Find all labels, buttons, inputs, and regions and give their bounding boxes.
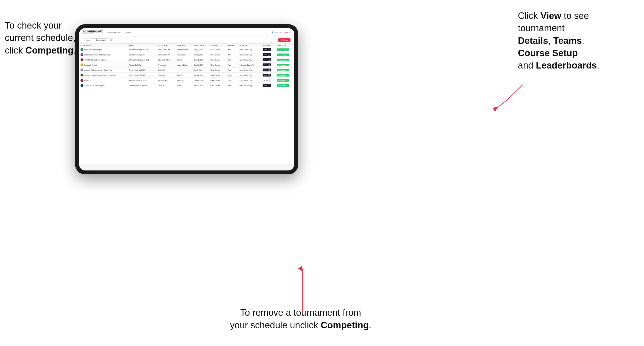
view-button[interactable]: View i [262, 74, 271, 76]
team-logo: I [80, 58, 84, 61]
table-row: P Papago Individual Papago Golf Club Pho… [79, 62, 294, 68]
team-logo: P [80, 63, 84, 66]
cell-date: Sep 9, 2023 [193, 52, 208, 57]
competing-button[interactable]: Competing ✓ [277, 74, 289, 76]
cell-hosted [176, 68, 193, 73]
table-row: W 2023 Sahalee Players Championship Saha… [79, 52, 294, 57]
cell-date: Oct 11, 2023 [193, 73, 208, 78]
cell-competing: Competing ✓ [276, 47, 294, 52]
team-logo: J [80, 74, 84, 76]
scoreboard-title: SCOREBOARD [83, 30, 103, 33]
col-venue: VENUE [128, 44, 157, 47]
col-hosted-by: HOSTED BY [176, 44, 193, 47]
cell-city: Lihue, HI [156, 83, 176, 88]
view-button[interactable]: View i [262, 84, 271, 87]
cell-division: NCAA Division I [208, 47, 226, 52]
table-row: J Jackson T. Stephens Cup – Men's Match … [79, 73, 294, 78]
col-scoring: SCORING [238, 44, 261, 47]
view-button[interactable]: View i [262, 53, 271, 56]
view-button[interactable]: View i [262, 68, 271, 71]
cell-hosted: Hawaii [176, 83, 193, 88]
tournaments-table-container: EVENT NAME VENUE CITY, STATE HOSTED BY S… [79, 44, 294, 164]
cell-competing: Competing ✓ [276, 68, 294, 73]
table-header-row: EVENT NAME VENUE CITY, STATE HOSTED BY S… [79, 44, 294, 47]
cell-venue: Sahalee Country Club [128, 52, 157, 57]
cell-gender: Men [226, 57, 238, 62]
team-logo: H [80, 84, 84, 87]
cell-city: Phoenix, AZ [156, 62, 176, 68]
view-button[interactable]: View i [262, 58, 271, 61]
team-logo: M [80, 48, 84, 51]
cell-competing: Competing ✓ [276, 57, 294, 62]
cell-scoring: team, Match Play [238, 73, 261, 78]
competing-button[interactable]: Competing ✓ [277, 53, 289, 56]
tablet-frame: SCOREBOARD Powered by clippi TOURNAMENTS… [75, 24, 298, 174]
table-row: J Jackson T. Stephens Cup – Stroke Play … [79, 68, 294, 73]
cell-date: Oct 9, 2023 [193, 68, 208, 73]
cell-date: Sep 15, 2023 [193, 57, 208, 62]
cell-city: Dallas, TX [156, 73, 176, 78]
cell-competing: Competing ✓ [276, 73, 294, 78]
cell-hosted: Michigan State [176, 47, 193, 52]
nav-tournaments[interactable]: TOURNAMENTS [107, 31, 121, 33]
filter-bar: Home Competing All + Create [79, 37, 294, 44]
edit-button[interactable]: ✏ Edit [262, 79, 270, 82]
cell-city: Grand Haven, MI [156, 47, 176, 52]
cell-competing: Competing ✓ [276, 62, 294, 68]
cell-division: NCAA Division I [208, 73, 226, 78]
cell-date: Feb 15, 2024 [193, 83, 208, 88]
cell-hosted: Illinois [176, 57, 193, 62]
nav-area: TOURNAMENTS TEAMS [103, 31, 132, 33]
cell-competing: Competing ✓ [276, 83, 294, 88]
scoreboard-logo: SCOREBOARD Powered by clippi [83, 30, 103, 34]
competing-button[interactable]: Competing ✓ [277, 69, 289, 71]
competing-button[interactable]: Competing ✓ [277, 48, 289, 51]
tab-home[interactable]: Home [83, 38, 93, 42]
cell-actions: View i [261, 73, 276, 78]
filter-tabs: Home Competing All [83, 38, 114, 42]
competing-button[interactable]: Competing ✓ [277, 59, 289, 61]
cell-actions: View i [261, 68, 276, 73]
arrow-right [496, 82, 525, 111]
competing-button[interactable]: Competing ✓ [277, 79, 289, 82]
table-row: M Folds of Honor Collegiate American Dun… [79, 47, 294, 52]
header-right: 👤 Test User Sign out [271, 31, 290, 33]
view-button[interactable]: View i [262, 48, 271, 51]
cell-actions: View i [261, 62, 276, 68]
competing-button[interactable]: Competing ✓ [277, 84, 289, 87]
arrow-bottom [299, 266, 306, 315]
create-button[interactable]: + Create [278, 38, 290, 42]
cell-hosted: Washington [176, 52, 193, 57]
cell-event-name: A Copper Cup [79, 78, 128, 83]
event-name-text: Folds of Honor Collegiate [84, 49, 102, 51]
event-name-text: Jackson T. Stephens Cup – Men's Match Pl… [84, 74, 116, 76]
cell-scoring: team, Stroke Play [238, 68, 261, 73]
table-row: H John A. Burns Intercollegiate Ocean Co… [79, 83, 294, 88]
col-competing: COMPETING [276, 44, 294, 47]
cell-actions: View i [261, 52, 276, 57]
tab-competing[interactable]: Competing [93, 38, 107, 42]
col-event-name: EVENT NAME [79, 44, 128, 47]
competing-button[interactable]: Competing ✓ [277, 64, 289, 66]
cell-date: Sep 18, 2023 [193, 62, 208, 68]
cell-competing: Competing ✓ [276, 52, 294, 57]
user-icon: 👤 [271, 31, 273, 33]
nav-teams[interactable]: TEAMS [125, 31, 132, 33]
event-name-text: Jackson T. Stephens Cup – Stroke Play [84, 69, 112, 71]
cell-hosted: Arizona State [176, 62, 193, 68]
sign-out-link[interactable]: Sign out [284, 31, 290, 33]
cell-division: NCAA Division I [208, 78, 226, 83]
col-gender: GENDER [226, 44, 238, 47]
cell-division: NCAA Division I [208, 62, 226, 68]
view-button[interactable]: View i [262, 63, 271, 66]
user-name: Test User [275, 31, 282, 33]
team-logo: J [80, 68, 84, 71]
event-name-text: OFCC Fighting Illini Invitational [84, 59, 106, 61]
tab-all[interactable]: All [107, 38, 114, 42]
annotation-competing-bold: Competing [25, 45, 73, 55]
col-city-state: CITY, STATE [156, 44, 176, 47]
table-row: A Copper Cup Ak-Chin Southern Dunes Mari… [79, 78, 294, 83]
cell-scoring: team, Stroke Play [238, 47, 261, 52]
cell-scoring: individual, Stroke Play [238, 62, 261, 68]
cell-gender: Men [226, 62, 238, 68]
